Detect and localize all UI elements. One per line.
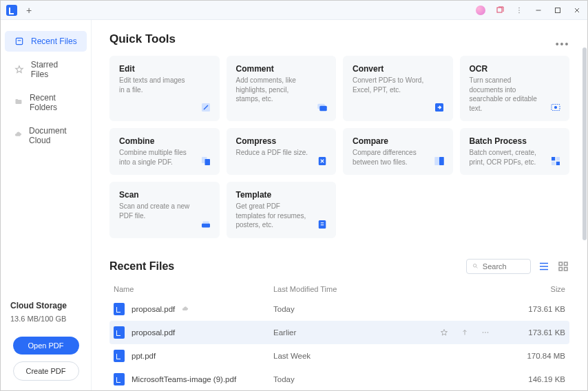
convert-icon	[432, 101, 446, 114]
svg-rect-36	[559, 262, 563, 266]
kebab-menu-icon[interactable]	[510, 2, 528, 19]
tool-card-edit[interactable]: EditEdit texts and images in a file.	[109, 56, 220, 121]
cloud-storage-title: Cloud Storage	[10, 301, 81, 310]
grid-view-icon[interactable]	[557, 260, 569, 273]
theme-icon[interactable]	[472, 2, 490, 19]
sidebar-item-label: Document Cloud	[29, 126, 77, 145]
svg-rect-20	[434, 157, 439, 165]
sidebar-item-document-cloud[interactable]: Document Cloud	[5, 120, 87, 151]
sidebar-item-starred-files[interactable]: Starred Files	[5, 54, 87, 85]
tool-title: Edit	[119, 64, 210, 74]
svg-rect-27	[202, 221, 209, 223]
ocr-icon	[549, 101, 563, 114]
app-window: + Recent Files Starred Files Recent Fold	[0, 0, 588, 391]
upload-icon[interactable]	[461, 328, 469, 337]
file-size-cell: 170.84 MB	[510, 352, 565, 360]
tool-desc: Scan and create a new PDF file.	[119, 202, 210, 220]
pdf-file-icon	[114, 326, 125, 339]
tool-title: Comment	[236, 64, 327, 74]
file-name: proposal.pdf	[132, 328, 175, 337]
recent-files-header: Recent Files	[109, 259, 569, 274]
more-icon[interactable]	[481, 328, 490, 337]
list-view-icon[interactable]	[538, 260, 550, 273]
tool-title: Compress	[236, 136, 327, 146]
scrollbar-thumb[interactable]	[582, 47, 587, 240]
sidebar-item-recent-files[interactable]: Recent Files	[5, 31, 87, 52]
tool-title: Template	[236, 190, 327, 200]
minimize-button[interactable]	[529, 2, 547, 19]
batch-process-icon	[549, 154, 563, 168]
tool-card-compare[interactable]: CompareCompare differences between two f…	[343, 128, 453, 175]
file-name-cell: proposal.pdf	[114, 326, 273, 339]
tool-title: Compare	[353, 136, 443, 146]
tool-card-template[interactable]: TemplateGet great PDF templates for resu…	[227, 182, 337, 238]
file-name: ppt.pdf	[132, 352, 156, 360]
tool-title: Scan	[119, 190, 210, 200]
tool-card-scan[interactable]: ScanScan and create a new PDF file.	[109, 182, 220, 238]
new-tab-button[interactable]: +	[23, 4, 35, 17]
pdf-file-icon	[114, 373, 125, 385]
cloud-sync-icon	[182, 306, 189, 313]
cloud-storage-usage: 13.6 MB/100 GB	[10, 315, 81, 323]
quick-tools-more-icon[interactable]: •••	[556, 38, 569, 50]
col-size: Size	[510, 285, 565, 293]
svg-point-2	[518, 10, 520, 11]
search-input[interactable]	[483, 262, 525, 271]
file-name-cell: proposal.pdf	[114, 303, 273, 315]
tool-title: Convert	[353, 64, 443, 74]
svg-marker-10	[16, 66, 23, 73]
file-modified-cell: Last Week	[273, 352, 510, 360]
search-box[interactable]	[466, 259, 531, 274]
recent-files-title: Recent Files	[109, 260, 174, 273]
table-row[interactable]: ppt.pdfLast Week170.84 MB	[109, 344, 569, 368]
close-button[interactable]	[568, 2, 586, 19]
svg-rect-22	[552, 157, 555, 160]
tool-card-compress[interactable]: CompressReduce a PDF file size.	[227, 128, 337, 175]
tool-desc: Compare differences between two files.	[353, 148, 443, 167]
row-actions	[440, 328, 490, 337]
svg-point-31	[473, 264, 476, 267]
file-modified-cell: Today	[273, 305, 510, 313]
tool-card-comment[interactable]: CommentAdd comments, like highlights, pe…	[227, 56, 337, 121]
edit-icon	[199, 101, 213, 114]
tool-card-batch-process[interactable]: Batch ProcessBatch convert, create, prin…	[460, 128, 570, 175]
col-name: Name	[114, 285, 273, 293]
svg-rect-0	[497, 8, 502, 12]
tool-title: Combine	[119, 136, 210, 146]
svg-rect-13	[319, 106, 327, 112]
recent-files-controls	[466, 259, 569, 274]
tool-desc: Convert PDFs to Word, Excel, PPT, etc.	[353, 76, 443, 94]
sidebar-item-label: Recent Files	[31, 36, 77, 46]
file-name: proposal.pdf	[132, 305, 175, 313]
table-row[interactable]: proposal.pdfToday173.61 KB	[109, 297, 569, 321]
quick-tools-title: Quick Tools	[109, 32, 176, 46]
svg-point-16	[555, 107, 557, 109]
file-size-cell: 173.61 KB	[510, 328, 565, 337]
star-icon[interactable]	[440, 328, 448, 337]
sidebar-item-recent-folders[interactable]: Recent Folders	[5, 87, 87, 118]
svg-marker-40	[441, 329, 448, 335]
tool-card-convert[interactable]: ConvertConvert PDFs to Word, Excel, PPT,…	[343, 56, 453, 121]
create-pdf-button[interactable]: Create PDF	[13, 361, 79, 381]
compare-icon	[432, 154, 446, 168]
file-name: MicrosoftTeams-image (9).pdf	[132, 375, 236, 383]
cloud-icon	[14, 131, 22, 140]
maximize-button[interactable]	[549, 2, 567, 19]
table-row[interactable]: proposal.pdfEarlier173.61 KB	[109, 321, 569, 344]
svg-rect-18	[204, 159, 210, 165]
file-name-cell: MicrosoftTeams-image (9).pdf	[114, 373, 273, 385]
table-row[interactable]: MicrosoftTeams-image (9).pdfToday146.19 …	[109, 368, 569, 391]
pdf-file-icon	[114, 303, 125, 315]
open-pdf-button[interactable]: Open PDF	[13, 337, 79, 355]
notifications-icon[interactable]	[491, 2, 509, 19]
svg-rect-5	[556, 8, 560, 12]
tool-title: Batch Process	[470, 136, 560, 146]
tool-card-combine[interactable]: CombineCombine multiple files into a sin…	[109, 128, 220, 175]
svg-line-32	[476, 267, 478, 268]
comment-icon	[315, 101, 329, 114]
svg-rect-38	[559, 267, 563, 271]
tool-desc: Reduce a PDF file size.	[236, 148, 327, 158]
tool-desc: Edit texts and images in a file.	[119, 76, 210, 94]
sidebar-item-label: Recent Folders	[30, 93, 77, 112]
tool-card-ocr[interactable]: OCRTurn scanned documents into searchabl…	[460, 56, 570, 121]
